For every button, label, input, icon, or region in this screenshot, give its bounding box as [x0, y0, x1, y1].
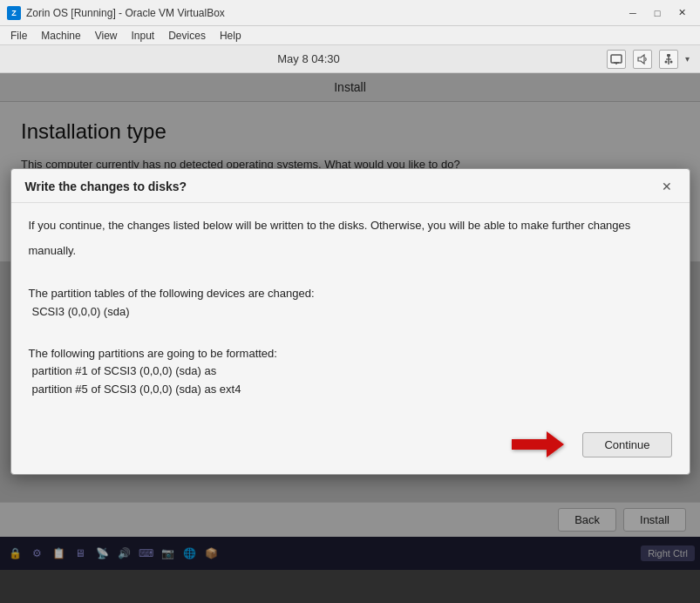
dialog-header: Write the changes to disks? ✕ — [11, 169, 690, 203]
svg-marker-3 — [638, 55, 644, 64]
svg-point-8 — [669, 60, 672, 63]
partitions-header: The following partitions are going to be… — [29, 345, 672, 363]
vm-toolbar: May 8 04:30 ▾ — [0, 45, 700, 73]
app-icon: Z — [7, 6, 21, 20]
title-bar: Z Zorin OS [Running] - Oracle VM Virtual… — [0, 0, 700, 26]
partition-tables-device: SCSI3 (0,0,0) (sda) — [29, 303, 672, 322]
dialog-footer: Continue — [11, 418, 690, 474]
vm-toolbar-right: ▾ — [607, 50, 690, 69]
svg-rect-4 — [667, 54, 670, 57]
menu-devices[interactable]: Devices — [161, 28, 213, 44]
window-title: Zorin OS [Running] - Oracle VM VirtualBo… — [26, 7, 622, 19]
vm-content-area: Install Installation type This computer … — [0, 73, 700, 570]
dialog-title: Write the changes to disks? — [25, 180, 187, 193]
dialog-close-button[interactable]: ✕ — [658, 178, 676, 195]
menu-bar: File Machine View Input Devices Help — [0, 26, 700, 45]
partition-tables-header: The partition tables of the following de… — [29, 285, 672, 303]
continue-button[interactable]: Continue — [582, 432, 671, 457]
partition5-label: partition #5 of SCSI3 (0,0,0) (sda) as e… — [29, 381, 672, 399]
dialog-overlay: Write the changes to disks? ✕ If you con… — [0, 73, 700, 570]
menu-file[interactable]: File — [3, 28, 34, 44]
dialog-body: If you continue, the changes listed belo… — [11, 203, 690, 418]
arrow-right-icon — [507, 427, 568, 462]
close-button[interactable]: ✕ — [670, 4, 693, 22]
usb-icon[interactable] — [659, 50, 678, 69]
vm-datetime: May 8 04:30 — [277, 52, 340, 65]
svg-point-7 — [664, 60, 667, 63]
dialog-line1: If you continue, the changes listed belo… — [29, 217, 672, 235]
maximize-button[interactable]: □ — [646, 4, 669, 22]
write-changes-dialog: Write the changes to disks? ✕ If you con… — [10, 168, 690, 475]
svg-marker-9 — [512, 431, 564, 457]
partitions-section: The following partitions are going to be… — [29, 345, 672, 399]
window-controls: ─ □ ✕ — [622, 4, 693, 22]
menu-help[interactable]: Help — [213, 28, 248, 44]
partition1-label: partition #1 of SCSI3 (0,0,0) (sda) as — [29, 362, 672, 381]
menu-view[interactable]: View — [88, 28, 125, 44]
minimize-button[interactable]: ─ — [622, 4, 644, 22]
menu-input[interactable]: Input — [125, 28, 162, 44]
toolbar-chevron[interactable]: ▾ — [685, 54, 690, 64]
audio-icon[interactable] — [633, 50, 652, 69]
svg-rect-0 — [611, 55, 622, 63]
display-icon[interactable] — [607, 50, 626, 69]
dialog-line2: manually. — [29, 242, 672, 261]
menu-machine[interactable]: Machine — [34, 28, 87, 44]
partition-tables-section: The partition tables of the following de… — [29, 285, 672, 322]
